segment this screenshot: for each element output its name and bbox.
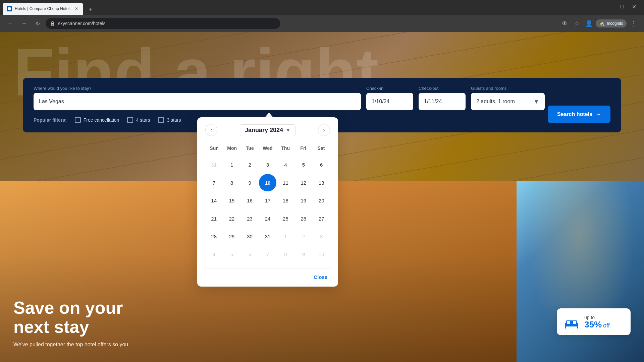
badge-text: up to 35% off [584,315,610,329]
browser-chrome: Hotels | Compare Cheap Hotel ✕ + — □ ✕ ←… [0,0,644,32]
incognito-icon: 🕵️ [599,21,605,26]
calendar-day-1[interactable]: 1 [223,156,240,173]
filter-4stars[interactable]: 4 stars [127,117,150,123]
close-window-button[interactable]: ✕ [629,2,639,11]
calendar-day-8[interactable]: 8 [223,174,240,191]
calendar-day-15[interactable]: 15 [223,192,240,209]
svg-rect-2 [567,321,570,324]
svg-rect-5 [577,326,578,328]
promo-subtitle: We've pulled together the top hotel offe… [13,341,503,349]
tab-bar: Hotels | Compare Cheap Hotel ✕ + — □ ✕ [0,0,644,15]
calendar-day-18[interactable]: 18 [277,192,294,209]
filter-3stars[interactable]: 3 stars [158,117,181,123]
minimize-button[interactable]: — [605,2,614,11]
calendar-close-button[interactable]: Close [311,273,330,281]
more-options-button[interactable]: ⋮ [628,18,639,29]
calendar-day-23[interactable]: 23 [241,210,258,227]
address-bar-container[interactable]: 🔒 skyscanner.com/hotels [46,18,280,29]
3stars-label: 3 stars [167,117,181,123]
calendar-month-label: January 2024 [245,127,283,134]
calendar-day-31-other: 31 [205,156,222,173]
calendar-month-select[interactable]: January 2024 ▼ [240,124,296,136]
svg-rect-4 [565,326,566,328]
calendar-close-row: Close [205,268,330,281]
free-cancellation-label: Free cancellation [84,117,119,123]
checkout-field-group: Check-out [419,86,466,110]
calendar-day-31[interactable]: 31 [259,228,276,245]
calendar-day-25[interactable]: 25 [277,210,294,227]
active-tab[interactable]: Hotels | Compare Cheap Hotel ✕ [3,3,83,15]
svg-rect-3 [573,321,576,324]
calendar-weekdays: Sun Mon Tue Wed Thu Fri Sat [205,143,330,154]
weekday-sat: Sat [312,143,330,154]
calendar-day-30[interactable]: 30 [241,228,258,245]
filter-free-cancellation[interactable]: Free cancellation [75,117,119,123]
4stars-label: 4 stars [136,117,150,123]
calendar-day-9[interactable]: 9 [241,174,258,191]
3stars-checkbox[interactable] [158,117,164,123]
calendar-day-27[interactable]: 27 [313,210,330,227]
tab-favicon [7,6,12,11]
address-text: skyscanner.com/hotels [58,21,276,26]
calendar-day-8-other: 8 [277,246,294,263]
lock-icon: 🔒 [50,21,55,26]
4stars-checkbox[interactable] [127,117,133,123]
maximize-button[interactable]: □ [617,2,627,11]
calendar-day-28[interactable]: 28 [205,228,222,245]
window-controls: — □ ✕ [605,2,639,11]
calendar-day-16[interactable]: 16 [241,192,258,209]
badge-off-text: off [603,322,610,329]
calendar-day-12[interactable]: 12 [295,174,312,191]
calendar-day-14[interactable]: 14 [205,192,222,209]
guests-label: Guests and rooms [471,86,545,91]
free-cancellation-checkbox[interactable] [75,117,81,123]
calendar-day-1-other: 1 [277,228,294,245]
calendar-next-button[interactable]: › [318,124,330,136]
weekday-sun: Sun [205,143,223,154]
search-btn-label: Search hotels [557,111,592,117]
calendar-day-19[interactable]: 19 [295,192,312,209]
reload-button[interactable]: ↻ [32,18,43,29]
calendar-day-3[interactable]: 3 [259,156,276,173]
calendar-day-6[interactable]: 6 [313,156,330,173]
calendar-day-13[interactable]: 13 [313,174,330,191]
calendar-prev-button[interactable]: ‹ [205,124,217,136]
calendar-chevron-icon: ▼ [286,127,290,133]
calendar-day-24[interactable]: 24 [259,210,276,227]
calendar-day-29[interactable]: 29 [223,228,240,245]
calendar-day-26[interactable]: 26 [295,210,312,227]
calendar-day-10[interactable]: 10 [259,174,276,191]
eye-slash-icon[interactable]: 👁 [559,18,570,29]
new-tab-button[interactable]: + [85,4,97,15]
calendar-day-7[interactable]: 7 [205,174,222,191]
calendar-day-4[interactable]: 4 [277,156,294,173]
back-button[interactable]: ← [5,18,16,29]
tab-title: Hotels | Compare Cheap Hotel [15,6,71,11]
checkout-input[interactable] [419,93,466,110]
browser-action-icons: 👁 ☆ 👤 🕵️ Incognito ⋮ [559,18,639,29]
calendar-day-2-other: 2 [295,228,312,245]
weekday-thu: Thu [277,143,294,154]
calendar-days: 3112345678910111213141516171819202122232… [205,156,330,263]
profile-icon[interactable]: 👤 [584,18,594,29]
calendar-day-21[interactable]: 21 [205,210,222,227]
calendar-day-5[interactable]: 5 [295,156,312,173]
calendar-popup: ‹ January 2024 ▼ › Sun Mon Tue Wed Thu F… [197,117,338,287]
bookmark-icon[interactable]: ☆ [572,18,582,29]
tab-close-button[interactable]: ✕ [74,6,79,11]
calendar-day-2[interactable]: 2 [241,156,258,173]
search-hotels-button[interactable]: Search hotels → [548,106,610,123]
weekday-wed: Wed [259,143,276,154]
search-fields-row: Where would you like to stay? Check-in C… [34,86,610,110]
calendar-day-11[interactable]: 11 [277,174,294,191]
calendar-day-22[interactable]: 22 [223,210,240,227]
forward-button[interactable]: → [19,18,30,29]
calendar-day-17[interactable]: 17 [259,192,276,209]
calendar-day-20[interactable]: 20 [313,192,330,209]
checkin-input[interactable] [366,93,413,110]
calendar-header: ‹ January 2024 ▼ › [205,124,330,136]
destination-input[interactable] [34,93,361,110]
guests-dropdown[interactable]: 2 adults, 1 room ▼ [471,93,545,110]
discount-badge: up to 35% off [557,308,631,335]
page-content: Find a right... Where would you like to … [0,32,644,362]
